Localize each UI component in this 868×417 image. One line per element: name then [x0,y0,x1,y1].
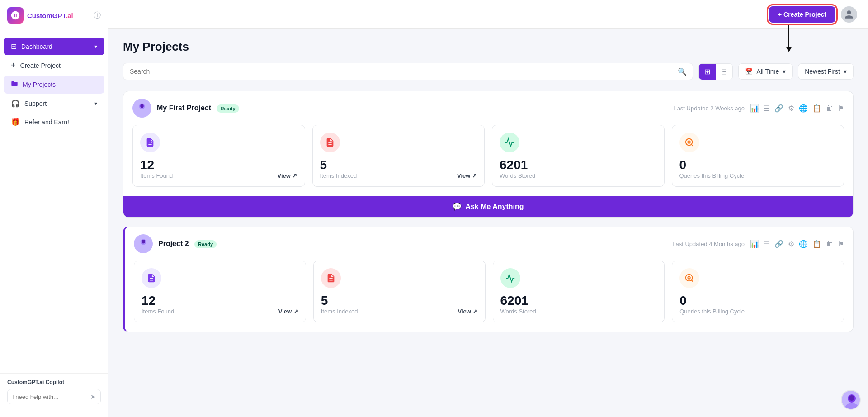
ask-me-anything-1[interactable]: 💬 Ask Me Anything [123,196,853,217]
stat-2-2-footer: 5 Items Indexed View ↗ [321,294,478,315]
bar-chart-icon-1[interactable]: 📊 [750,104,759,113]
flag-icon-2[interactable]: ⚑ [838,240,844,248]
sidebar-item-dashboard-label: Dashboard [21,43,52,50]
stat-items-found-1: 12 Items Found View ↗ [132,125,305,187]
project-2-name: Project 2 [158,240,189,247]
queries-number-2: 0 [679,294,745,308]
sidebar-item-dashboard[interactable]: ⊞ Dashboard ▾ [4,38,104,55]
sidebar-item-create-project[interactable]: + Create Project [4,56,104,75]
project-2-avatar [134,234,153,253]
all-time-filter[interactable]: 📅 All Time ▾ [738,63,793,80]
bar-chart-icon-2[interactable]: 📊 [750,240,759,248]
copilot-input[interactable] [12,393,90,400]
items-found-icon-1 [140,133,160,152]
words-stored-number-1: 6201 [500,158,535,172]
stat-2-3-footer: 6201 Words Stored [500,294,657,315]
view-items-indexed-2[interactable]: View ↗ [458,308,477,315]
trash-icon-1[interactable]: 🗑 [826,104,833,112]
gear-icon-2[interactable]: ⚙ [788,240,794,248]
sidebar-item-create-label: Create Project [20,62,61,69]
words-stored-icon-1 [500,133,519,152]
trash-icon-2[interactable]: 🗑 [826,240,833,248]
search-input[interactable] [123,63,693,80]
queries-number-1: 0 [679,158,745,172]
project-1-name: My First Project [157,104,211,112]
view-items-found-1[interactable]: View ↗ [277,172,297,179]
chevron-down-icon-sort: ▾ [844,68,847,75]
avatar[interactable] [841,6,857,23]
svg-point-18 [849,395,854,401]
search-icon: 🔍 [678,67,687,76]
gift-icon: 🎁 [11,118,20,126]
logo-text: CustomGPT.ai [27,12,73,19]
sort-label: Newest First [805,68,840,75]
list-icon-1[interactable]: ☰ [764,104,770,113]
link-icon-2[interactable]: 🔗 [774,240,783,248]
sidebar-item-my-projects-label: My Projects [23,81,56,88]
copilot-section: CustomGPT.ai Copilot ➤ [0,373,108,410]
svg-rect-3 [141,104,143,108]
list-view-button[interactable]: ⊞ [699,64,716,80]
svg-point-13 [686,275,693,281]
stat-4-footer: 0 Queries this Billing Cycle [679,158,837,179]
items-indexed-label-1: Items Indexed [320,172,357,179]
list-icon-2[interactable]: ☰ [764,240,770,248]
sort-filter[interactable]: Newest First ▾ [798,63,854,80]
info-icon[interactable]: ⓘ [94,11,101,20]
create-project-button[interactable]: + Create Project [769,6,835,23]
gear-icon-1[interactable]: ⚙ [788,104,794,113]
copy-icon-2[interactable]: 📋 [812,240,821,248]
project-card-1: My First Project Ready Last Updated 2 We… [123,91,854,218]
copilot-input-wrap: ➤ [7,389,101,404]
sidebar-item-refer[interactable]: 🎁 Refer and Earn! [4,113,104,131]
queries-icon-2 [679,268,699,288]
project-2-name-wrap: Project 2 Ready [158,240,217,248]
svg-point-15 [688,276,691,279]
support-icon: 🎧 [11,99,20,108]
sidebar-item-my-projects[interactable]: My Projects [4,76,104,94]
link-icon-1[interactable]: 🔗 [774,104,783,113]
stat-2-2-text: 5 Items Indexed [321,294,358,315]
flag-icon-1[interactable]: ⚑ [838,104,844,113]
copilot-label: CustomGPT.ai Copilot [7,379,101,385]
calendar-icon: 📅 [745,68,753,75]
items-indexed-number-1: 5 [320,158,357,172]
view-toggle: ⊞ ⊟ [698,63,733,80]
project-2-actions: 📊 ☰ 🔗 ⚙ 🌐 📋 🗑 ⚑ [750,240,844,248]
items-indexed-icon-1 [320,133,340,152]
plus-icon: + [11,61,16,70]
send-icon[interactable]: ➤ [90,393,96,400]
svg-line-7 [691,144,693,146]
svg-point-10 [139,245,148,251]
items-found-icon-2 [142,268,161,288]
stat-2-4-text: 0 Queries this Billing Cycle [679,294,745,315]
sidebar-item-support[interactable]: 🎧 Support ▾ [4,95,104,112]
sidebar-item-refer-label: Refer and Earn! [24,118,69,126]
project-1-status: Ready [217,104,239,113]
globe-icon-2[interactable]: 🌐 [799,240,808,248]
stat-items-found-2: 12 Items Found View ↗ [134,261,306,322]
floating-avatar[interactable] [841,390,861,410]
project-1-meta: Last Updated 2 Weeks ago 📊 ☰ 🔗 ⚙ 🌐 📋 🗑 ⚑ [674,104,844,113]
copy-icon-1[interactable]: 📋 [812,104,821,113]
items-found-label-2: Items Found [142,308,174,315]
items-found-label-1: Items Found [140,172,173,179]
chevron-down-icon-support: ▾ [94,100,97,107]
main-content: + Create Project My Projects 🔍 ⊞ ⊟ 📅 [108,0,868,417]
view-items-indexed-1[interactable]: View ↗ [457,172,477,179]
page-title: My Projects [123,40,854,54]
project-2-meta: Last Updated 4 Months ago 📊 ☰ 🔗 ⚙ 🌐 📋 🗑 … [672,240,844,248]
project-2-stats: 12 Items Found View ↗ 5 Items Index [125,261,853,332]
words-stored-icon-2 [500,268,520,288]
grid-view-button[interactable]: ⊟ [716,64,732,80]
globe-icon-1[interactable]: 🌐 [799,104,808,113]
sidebar: CustomGPT.ai ⓘ ⊞ Dashboard ▾ + Create Pr… [0,0,108,417]
stat-3-text: 6201 Words Stored [500,158,535,179]
stat-2-footer: 5 Items Indexed View ↗ [320,158,477,179]
items-indexed-icon-2 [321,268,341,288]
chevron-down-icon-time: ▾ [783,68,786,75]
stat-words-stored-1: 6201 Words Stored [492,125,665,187]
items-indexed-label-2: Items Indexed [321,308,358,315]
project-1-header: My First Project Ready Last Updated 2 We… [123,91,853,125]
view-items-found-2[interactable]: View ↗ [278,308,298,315]
